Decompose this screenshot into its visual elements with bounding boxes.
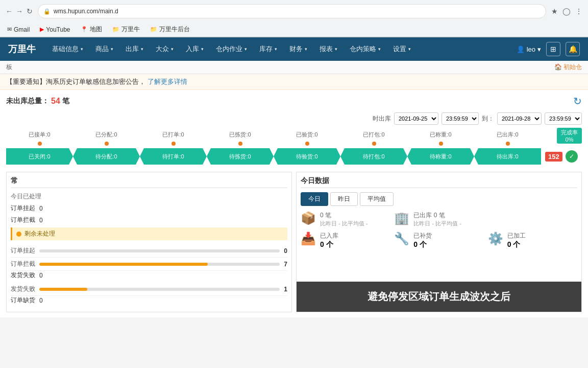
refresh-icon[interactable]: ↻ (573, 95, 582, 107)
nav-warehouse-strategy[interactable]: 仓内策略 ▾ (344, 37, 387, 61)
menu-button[interactable]: ⋮ (575, 7, 583, 15)
dot-weighed (407, 140, 474, 147)
bookmark-wanliniu-backend[interactable]: 📁 万里牛后台 (148, 24, 192, 35)
bar-closed-label: 已关闭:0 (29, 153, 50, 160)
nav-inbound-label: 入库 (186, 44, 199, 54)
nav-products[interactable]: 商品 ▾ (89, 37, 119, 61)
total-unit: 笔 (62, 97, 69, 106)
star-button[interactable]: ★ (550, 7, 558, 15)
bookmark-youtube[interactable]: ▶ YouTube (38, 25, 72, 34)
today-processed-label: 今日已处理 (11, 192, 287, 201)
shipped-out-sub: 比昨日 - 比平均值 - (413, 220, 461, 227)
breadcrumb-right: 🏠 初始仓 (554, 63, 582, 72)
dot-accepted (6, 140, 73, 147)
profile-button[interactable]: ◯ (562, 7, 571, 15)
browser-controls: ← → ↻ (5, 7, 34, 15)
gmail-icon: ✉ (7, 26, 12, 33)
bookmark-gmail[interactable]: ✉ Gmail (5, 25, 32, 34)
nav-bulk-arrow: ▾ (171, 47, 174, 52)
nav-inventory-arrow: ▾ (275, 47, 277, 52)
nav-inventory-label: 库存 (259, 44, 273, 54)
nav-inventory[interactable]: 库存 ▾ (253, 37, 283, 61)
nav-warehouse-strategy-arrow: ▾ (378, 47, 381, 52)
initial-warehouse-label: 初始仓 (564, 63, 582, 71)
folder-icon-1: 📁 (112, 26, 119, 33)
remaining-dot-icon (16, 232, 21, 237)
orders-issued-sub: 比昨日 - 比平均值 - (320, 220, 368, 227)
browser-toolbar: ← → ↻ 🔒 wms.hupun.com/main.d ★ ◯ ⋮ (0, 0, 588, 22)
ship-fail2-value: 1 (284, 286, 287, 293)
nav-settings[interactable]: 设置 ▾ (387, 37, 417, 61)
time-filter-label: 时出库 (373, 114, 391, 123)
order-block2-label: 订单拦截 (11, 260, 35, 268)
nav-bulk[interactable]: 大众 ▾ (150, 37, 180, 61)
date-from-select[interactable]: 2021-09-25 (394, 112, 438, 125)
notification-bar: 【重要通知】淘系历史订单敏感信息加密公告， 了解更多详情 (0, 74, 588, 90)
step-shipped-top-label: 已出库:0 (497, 131, 518, 137)
nav-warehouse-ops-label: 仓内作业 (216, 44, 242, 54)
ship-fail-bar (39, 288, 280, 291)
order-hold-item: 订单挂起 0 (11, 204, 287, 213)
date-to-select[interactable]: 2021-09-28 (497, 112, 542, 125)
step-packed-top: 已打包:0 (340, 131, 407, 139)
overlay-text: 避免停发区域订单生成波次之后 (368, 291, 510, 302)
nav-warehouse-ops[interactable]: 仓内作业 ▾ (210, 37, 253, 61)
back-button[interactable]: ← (5, 7, 13, 15)
nav-warehouse-ops-arrow: ▾ (244, 47, 247, 52)
step-printed-top-label: 已打单:0 (162, 131, 184, 137)
time-from-select[interactable]: 23:59:59 (442, 112, 479, 125)
bar-waiting-weigh-label: 待称重:0 (430, 153, 451, 160)
remaining-label: 剩余未处理 (24, 229, 55, 238)
step-accepted-top-label: 已接单:0 (29, 131, 50, 137)
order-hold-label: 订单挂起 (11, 204, 35, 213)
time-to-select[interactable]: 23:59:59 (545, 112, 582, 125)
ship-fail-remaining: 发货失败 1 (11, 283, 287, 296)
order-hold2-label: 订单挂起 (11, 246, 35, 255)
nav-bulk-label: 大众 (156, 44, 169, 54)
tab-today[interactable]: 今日 (301, 192, 328, 206)
step-accepted-top: 已接单:0 (6, 131, 73, 139)
notification-bell-icon[interactable]: 🔔 (566, 42, 580, 56)
nav-inbound[interactable]: 入库 ▾ (180, 37, 210, 61)
stat-shipped-out: 🏢 已出库 0 笔 比昨日 - 比平均值 - (394, 211, 483, 227)
replenish-info: 已补货 0 个 (413, 232, 432, 249)
nav-settings-arrow: ▾ (408, 47, 411, 52)
dot-shipped (474, 140, 541, 147)
address-bar[interactable]: 🔒 wms.hupun.com/main.d (38, 4, 546, 18)
stats-row: 未出库总量： 54 笔 ↻ (6, 95, 582, 107)
step-assigned-top-label: 已分配:0 (95, 131, 117, 137)
user-dropdown-arrow: ▾ (537, 45, 541, 53)
processed-info: 已加工 0 个 (507, 232, 526, 249)
nav-products-label: 商品 (95, 44, 109, 54)
ship-fail-value: 0 (39, 272, 43, 279)
notification-link[interactable]: 了解更多详情 (148, 78, 187, 85)
tab-yesterday[interactable]: 昨日 (330, 192, 358, 206)
nav-finance-arrow: ▾ (305, 47, 307, 52)
address-text: wms.hupun.com/main.d (54, 8, 118, 15)
nav-outbound[interactable]: 出库 ▾ (119, 37, 150, 61)
layout-icon[interactable]: ⊞ (546, 42, 560, 56)
right-panel: 今日数据 今日 昨日 平均值 📦 0 笔 比昨日 - 比平均值 - (296, 172, 582, 312)
processed-value: 0 个 (507, 240, 526, 249)
nav-basic-info-arrow: ▾ (81, 47, 83, 52)
step-printed-top: 已打单:0 (140, 131, 207, 139)
bookmark-maps[interactable]: 📍 地图 (79, 24, 104, 35)
ship-fail-fill (39, 288, 87, 291)
tab-average[interactable]: 平均值 (360, 192, 394, 206)
nav-basic-info[interactable]: 基础信息 ▾ (46, 37, 89, 61)
nav-reports[interactable]: 报表 ▾ (313, 37, 344, 61)
bottom-section: 常 今日已处理 订单挂起 0 订单拦截 0 剩余未处理 订单挂起 0 (6, 172, 582, 312)
pipeline-bar: 已关闭:0 待分配:0 待打单:0 待拣货:0 待验货:0 待打包:0 待称重:… (6, 148, 582, 165)
step-weighed-top: 已称重:0 (407, 131, 474, 139)
bar-waiting-pick: 待拣货:0 (207, 148, 274, 165)
inbound-info: 已入库 0 个 (320, 232, 338, 249)
completion-value: 0% (561, 136, 578, 143)
bar-waiting-pack: 待打包:0 (340, 148, 407, 165)
nav-finance[interactable]: 财务 ▾ (283, 37, 313, 61)
forward-button[interactable]: → (15, 7, 23, 15)
bookmark-wanliniu[interactable]: 📁 万里牛 (110, 24, 142, 35)
bar-waiting-assign-label: 待分配:0 (95, 153, 117, 160)
order-hold-bar (39, 249, 280, 252)
refresh-button[interactable]: ↻ (26, 7, 34, 15)
user-info[interactable]: 👤 leo ▾ (517, 45, 541, 53)
